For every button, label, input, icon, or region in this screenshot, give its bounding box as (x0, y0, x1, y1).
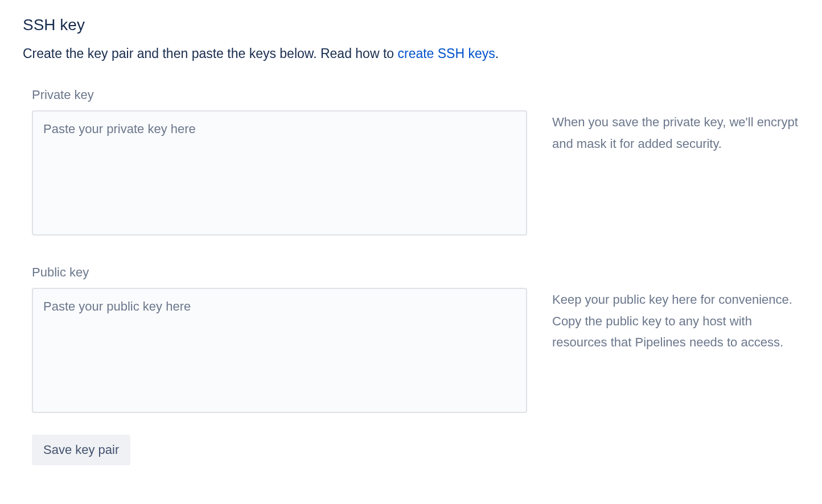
intro-text: Create the key pair and then paste the k… (23, 44, 799, 63)
intro-prefix: Create the key pair and then paste the k… (23, 46, 397, 61)
public-key-help: Keep your public key here for convenienc… (552, 289, 799, 353)
private-key-label: Private key (32, 88, 527, 102)
create-ssh-keys-link[interactable]: create SSH keys (397, 46, 495, 61)
private-key-help: When you save the private key, we'll enc… (552, 111, 799, 154)
public-key-input[interactable] (32, 288, 527, 413)
private-key-input[interactable] (32, 110, 527, 236)
save-key-pair-button[interactable]: Save key pair (32, 435, 130, 465)
intro-suffix: . (495, 46, 499, 61)
page-heading: SSH key (23, 16, 799, 34)
public-key-row: Public key Keep your public key here for… (32, 265, 799, 415)
private-key-row: Private key When you save the private ke… (32, 88, 799, 238)
ssh-key-form: Private key When you save the private ke… (23, 88, 799, 465)
public-key-label: Public key (32, 265, 527, 280)
